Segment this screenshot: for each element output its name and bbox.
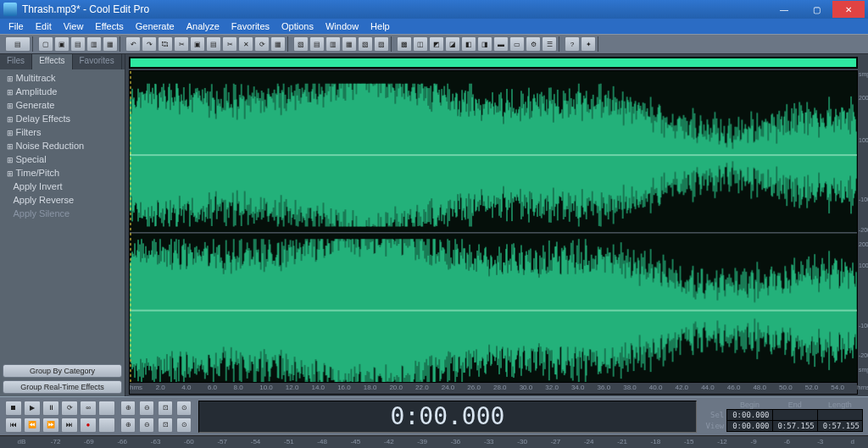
menu-generate[interactable]: Generate <box>131 20 180 32</box>
organizer-button[interactable]: ◨ <box>477 36 492 52</box>
pause-button[interactable]: ⏸ <box>42 401 59 416</box>
waveform-panel: smpl2000010000-10000-200002000010000-100… <box>125 54 868 396</box>
mode-toggle-button[interactable]: ▤ <box>5 36 31 52</box>
tree-apply-invert[interactable]: Apply Invert <box>2 180 123 194</box>
toolbar: ▤ ▢ ▣ ▤ ▥ ▦ ↶ ↷ ⿻ ✂ ▣ ▤ ✂ ✕ ⟳ ▦ ▧ ▤ ▥ ▦ … <box>0 34 868 54</box>
grid-button[interactable]: ▦ <box>342 36 357 52</box>
waveform-view-button[interactable]: ▤ <box>309 36 325 52</box>
tree-special[interactable]: Special <box>2 153 123 167</box>
menu-help[interactable]: Help <box>365 20 395 32</box>
app-icon <box>3 3 17 16</box>
undo-button[interactable]: ↶ <box>125 36 141 52</box>
mix-button[interactable]: ▦ <box>270 36 286 52</box>
zoom-out-h-button[interactable]: ⊖ <box>139 401 154 416</box>
spectral-view-button[interactable]: ▧ <box>293 36 309 52</box>
settings-button[interactable]: ☰ <box>542 36 557 52</box>
ruler-button[interactable]: ▥ <box>326 36 341 52</box>
tab-effects[interactable]: Effects <box>32 54 72 69</box>
stop-button[interactable]: ⏹ <box>5 401 22 416</box>
menu-effects[interactable]: Effects <box>90 20 128 32</box>
waveform-display[interactable]: smpl2000010000-10000-200002000010000-100… <box>129 70 858 383</box>
redo-button[interactable]: ↷ <box>142 36 157 52</box>
options-button[interactable]: ⚙ <box>526 36 541 52</box>
minimize-button[interactable]: — <box>768 1 800 18</box>
group-by-category-button[interactable]: Group By Category <box>3 364 122 378</box>
zoom-panel-button[interactable]: ◫ <box>413 36 428 52</box>
tree-time-pitch[interactable]: Time/Pitch <box>2 167 123 180</box>
zoom-out-v-button[interactable]: ⊖ <box>139 418 154 433</box>
menu-options[interactable]: Options <box>276 20 319 32</box>
transport-controls: ⏹▶⏸⟳∞⏮⏪⏩⏭● <box>5 401 115 433</box>
tree-apply-reverse[interactable]: Apply Reverse <box>2 194 123 207</box>
open-file-button[interactable]: ▣ <box>54 36 70 52</box>
close-button[interactable]: ✕ <box>832 1 865 18</box>
menu-bar: FileEditViewEffectsGenerateAnalyzeFavori… <box>0 19 868 34</box>
tab-favorites[interactable]: Favorites <box>73 54 122 69</box>
end-button[interactable]: ⏭ <box>61 418 78 433</box>
infinite-button[interactable]: ∞ <box>80 401 97 416</box>
paste-button[interactable]: ▣ <box>190 36 205 52</box>
transport-panel-button[interactable]: ▩ <box>397 36 412 52</box>
mix-paste-button[interactable]: ▤ <box>206 36 221 52</box>
window-title: Thrash.mp3* - Cool Edit Pro <box>22 3 763 15</box>
organizer-panel: FilesEffectsFavorites MultitrackAmplitud… <box>0 54 125 396</box>
effects-tree[interactable]: MultitrackAmplitudeGenerateDelay Effects… <box>0 69 125 362</box>
organizer-tabs: FilesEffectsFavorites <box>0 54 125 69</box>
tree-amplitude[interactable]: Amplitude <box>2 86 123 99</box>
dock-button[interactable]: ▬ <box>493 36 509 52</box>
start-button[interactable]: ⏮ <box>5 418 22 433</box>
tab-files[interactable]: Files <box>0 54 32 69</box>
menu-window[interactable]: Window <box>320 20 364 32</box>
float-button[interactable]: ▭ <box>509 36 525 52</box>
tree-multitrack[interactable]: Multitrack <box>2 72 123 86</box>
amplitude-scale: smpl2000010000-10000-200002000010000-100… <box>859 71 867 370</box>
time-ruler[interactable]: hms2.04.06.08.010.012.014.016.018.020.02… <box>129 383 858 395</box>
zoom-sel-v-button[interactable]: ⊙ <box>176 418 192 433</box>
group-real-time-effects-button[interactable]: Group Real-Time Effects <box>3 380 122 394</box>
window-controls: — ▢ ✕ <box>768 1 865 18</box>
save-as-button[interactable]: ▥ <box>86 36 102 52</box>
tree-apply-silence[interactable]: Apply Silence <box>2 207 123 221</box>
zoom-full-h-button[interactable]: ⊡ <box>158 401 173 416</box>
forward-button[interactable]: ⏩ <box>42 418 59 433</box>
copy-button[interactable]: ⿻ <box>158 36 173 52</box>
snap-button[interactable]: ▧ <box>358 36 373 52</box>
sel-panel-button[interactable]: ◪ <box>445 36 460 52</box>
menu-edit[interactable]: Edit <box>31 20 57 32</box>
zoom-in-v-button[interactable]: ⊕ <box>120 418 136 433</box>
rewind-button[interactable]: ⏪ <box>24 418 41 433</box>
maximize-button[interactable]: ▢ <box>800 1 832 18</box>
menu-analyze[interactable]: Analyze <box>181 20 225 32</box>
marker-button[interactable]: ▨ <box>374 36 389 52</box>
loop-button[interactable]: ⟳ <box>61 401 78 416</box>
blank2-button <box>98 418 115 433</box>
tree-filters[interactable]: Filters <box>2 126 123 140</box>
trim-button[interactable]: ✂ <box>222 36 237 52</box>
level-panel-button[interactable]: ◧ <box>461 36 476 52</box>
delete-button[interactable]: ✕ <box>238 36 253 52</box>
convert-button[interactable]: ⟳ <box>254 36 270 52</box>
record-button[interactable]: ● <box>80 418 97 433</box>
close-file-button[interactable]: ▦ <box>103 36 118 52</box>
about-button[interactable]: ✦ <box>581 36 596 52</box>
main-area: FilesEffectsFavorites MultitrackAmplitud… <box>0 54 868 396</box>
tree-noise-reduction[interactable]: Noise Reduction <box>2 140 123 153</box>
help-button[interactable]: ? <box>565 36 580 52</box>
tree-generate[interactable]: Generate <box>2 99 123 113</box>
time-display: 0:00.000 <box>198 401 697 433</box>
cut-button[interactable]: ✂ <box>174 36 189 52</box>
play-button[interactable]: ▶ <box>24 401 41 416</box>
new-file-button[interactable]: ▢ <box>38 36 53 52</box>
menu-view[interactable]: View <box>58 20 89 32</box>
title-bar: Thrash.mp3* - Cool Edit Pro — ▢ ✕ <box>0 0 868 19</box>
menu-favorites[interactable]: Favorites <box>226 20 275 32</box>
zoom-sel-h-button[interactable]: ⊙ <box>176 401 192 416</box>
selection-info: BeginEndLengthSel0:00.000View0:00.0000:5… <box>702 401 863 432</box>
zoom-in-h-button[interactable]: ⊕ <box>120 401 136 416</box>
tree-delay-effects[interactable]: Delay Effects <box>2 113 123 126</box>
menu-file[interactable]: File <box>3 20 29 32</box>
time-panel-button[interactable]: ◩ <box>429 36 444 52</box>
save-file-button[interactable]: ▤ <box>70 36 86 52</box>
overview-bar[interactable] <box>129 57 858 69</box>
zoom-full-v-button[interactable]: ⊡ <box>158 418 173 433</box>
